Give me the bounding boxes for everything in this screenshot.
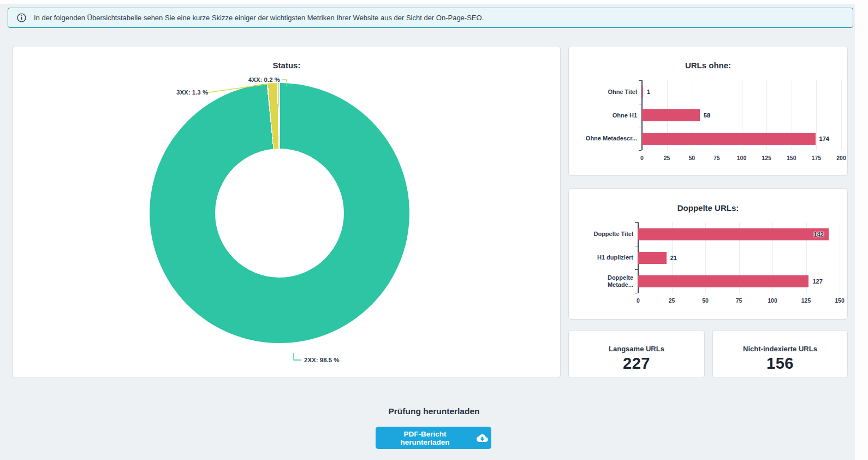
slow-urls-stat-card: Langsame URLs 227	[568, 330, 705, 378]
bar	[642, 109, 700, 121]
x-axis-tick-label: 50	[702, 297, 709, 304]
status-chart-card: Status: 4XX: 0.2 % 3XX: 1.3 % 2XX: 98.5 …	[13, 46, 561, 378]
info-icon	[17, 13, 26, 22]
grid-line	[840, 222, 840, 293]
bar-category-label: Ohne Titel	[577, 89, 637, 96]
x-axis-tick-label: 50	[688, 155, 695, 161]
bar-value-label: 1	[647, 89, 650, 95]
doppelte-urls-chart-card: Doppelte URLs: 0255075100125150Doppelte …	[568, 188, 848, 320]
bar-category-label: Doppelte Titel	[573, 231, 633, 238]
bar-value-label: 142	[813, 231, 823, 238]
x-axis-tick-label: 0	[640, 155, 644, 161]
bar	[638, 275, 808, 287]
bar	[638, 228, 829, 240]
y-axis-tick	[635, 246, 638, 246]
bar-value-label: 21	[670, 255, 677, 261]
bar-value-label: 174	[819, 135, 829, 142]
bar	[642, 133, 816, 145]
bar-category-label: H1 dupliziert	[573, 254, 633, 261]
noindex-urls-value: 156	[713, 355, 847, 373]
scrollbar-track[interactable]	[855, 0, 868, 460]
bar-value-label: 58	[704, 112, 710, 119]
x-axis-tick-label: 75	[714, 155, 720, 161]
noindex-urls-label: Nicht-indexierte URLs	[713, 345, 847, 353]
slice-label-2xx: 2XX: 98.5 %	[304, 357, 340, 363]
cloud-download-icon	[477, 434, 488, 442]
slice-label-3xx: 3XX: 1.3 %	[176, 89, 208, 96]
bar	[638, 252, 667, 264]
y-axis-tick	[635, 222, 638, 223]
pdf-download-button[interactable]: PDF-Bericht herunterladen	[376, 427, 491, 449]
bar-category-label: Ohne H1	[577, 112, 637, 119]
x-axis-tick-label: 100	[768, 297, 777, 304]
x-axis-tick-label: 125	[801, 297, 811, 304]
urls-ohne-bar-chart: 0255075100125150175200Ohne Titel1Ohne H1…	[569, 46, 847, 175]
x-axis-tick-label: 150	[787, 155, 796, 161]
x-axis-tick-label: 0	[637, 297, 640, 304]
x-axis-tick-label: 175	[812, 155, 822, 161]
download-section-heading: Prüfung herunterladen	[0, 406, 868, 416]
x-axis-tick-label: 100	[737, 155, 747, 161]
y-axis-tick	[639, 150, 641, 151]
y-axis-tick	[639, 127, 641, 127]
bar-value-label: 127	[812, 278, 822, 285]
x-axis-tick-label: 25	[664, 155, 670, 161]
seo-overview-page: In der folgenden Übersichtstabelle sehen…	[0, 0, 868, 460]
slow-urls-value: 227	[569, 355, 704, 373]
grid-line	[816, 80, 817, 150]
banner-text: In der folgenden Übersichtstabelle sehen…	[34, 14, 484, 22]
info-banner: In der folgenden Übersichtstabelle sehen…	[8, 8, 853, 28]
y-axis-tick	[639, 104, 641, 104]
bar-category-label: Doppelte Metade...	[573, 274, 633, 288]
bar	[642, 86, 643, 98]
status-chart-title: Status:	[13, 61, 560, 70]
y-axis-tick	[639, 80, 641, 81]
grid-line	[841, 80, 842, 150]
page-top-strip	[0, 0, 868, 4]
doppelte-urls-bar-chart: 0255075100125150Doppelte Titel142H1 dupl…	[569, 189, 847, 319]
y-axis-tick	[635, 269, 638, 270]
urls-ohne-chart-card: URLs ohne: 0255075100125150175200Ohne Ti…	[568, 46, 848, 176]
x-axis-tick-label: 25	[669, 297, 675, 304]
noindex-urls-stat-card: Nicht-indexierte URLs 156	[712, 330, 848, 378]
slice-label-4xx: 4XX: 0.2 %	[236, 76, 280, 83]
y-axis-tick	[635, 293, 638, 293]
x-axis-tick-label: 150	[835, 297, 845, 304]
status-donut-chart	[150, 83, 409, 343]
x-axis-tick-label: 125	[762, 155, 771, 161]
pdf-download-button-label: PDF-Bericht herunterladen	[379, 430, 471, 446]
bar-category-label: Ohne Metadescr...	[577, 135, 637, 142]
x-axis-tick-label: 75	[736, 297, 742, 304]
x-axis-tick-label: 200	[836, 155, 846, 161]
slow-urls-label: Langsame URLs	[569, 345, 704, 353]
